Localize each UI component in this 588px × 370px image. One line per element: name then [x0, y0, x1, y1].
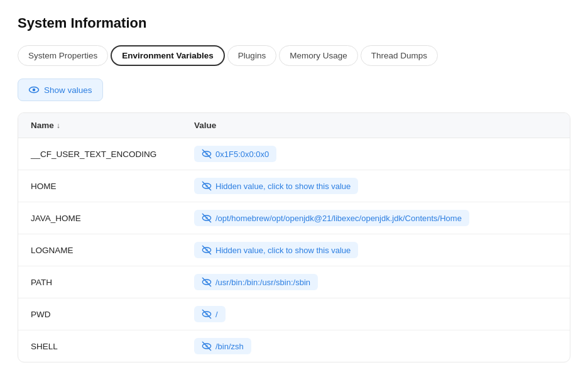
table-row: HOME Hidden value, click to show this va…: [18, 170, 570, 202]
tab-memory-usage[interactable]: Memory Usage: [279, 45, 358, 66]
row-name: JAVA_HOME: [18, 202, 182, 234]
table-row: LOGNAME Hidden value, click to show this…: [18, 234, 570, 266]
page-title: System Information: [18, 15, 570, 31]
value-text: Hidden value, click to show this value: [215, 246, 351, 255]
tab-environment-variables[interactable]: Environment Variables: [111, 45, 225, 66]
eye-off-icon: [202, 181, 212, 191]
eye-off-icon: [202, 341, 212, 351]
table-row: PWD /: [18, 298, 570, 330]
svg-line-4: [202, 150, 210, 158]
col-header-value: Value: [182, 113, 570, 138]
row-value-cell: Hidden value, click to show this value: [182, 234, 570, 266]
value-text: /opt/homebrew/opt/openjdk@21/libexec/ope…: [215, 214, 462, 223]
value-text: /bin/zsh: [215, 342, 244, 351]
tab-thread-dumps[interactable]: Thread Dumps: [361, 45, 438, 66]
value-badge[interactable]: 0x1F5:0x0:0x0: [194, 146, 276, 162]
value-text: 0x1F5:0x0:0x0: [215, 150, 269, 159]
value-text: Hidden value, click to show this value: [215, 182, 351, 191]
tabs-bar: System PropertiesEnvironment VariablesPl…: [18, 45, 570, 66]
eye-off-icon: [202, 245, 212, 255]
row-value-cell: /usr/bin:/bin:/usr/sbin:/sbin: [182, 266, 570, 298]
row-value-cell: Hidden value, click to show this value: [182, 170, 570, 202]
env-table: Name↓ Value __CF_USER_TEXT_ENCODING 0x1F…: [18, 113, 570, 362]
eye-icon: [28, 84, 40, 95]
value-text: /usr/bin:/bin:/usr/sbin:/sbin: [215, 278, 310, 287]
eye-off-icon: [202, 213, 212, 223]
row-name: SHELL: [18, 330, 182, 362]
show-values-label: Show values: [44, 85, 92, 95]
table-row: PATH /usr/bin:/bin:/usr/sbin:/sbin: [18, 266, 570, 298]
sort-arrow-icon: ↓: [57, 121, 60, 130]
row-name: PATH: [18, 266, 182, 298]
value-badge[interactable]: Hidden value, click to show this value: [194, 178, 358, 194]
value-badge[interactable]: /: [194, 306, 226, 322]
eye-off-icon: [202, 149, 212, 159]
value-badge[interactable]: /usr/bin:/bin:/usr/sbin:/sbin: [194, 274, 318, 290]
tab-system-properties[interactable]: System Properties: [18, 45, 108, 66]
value-badge[interactable]: /bin/zsh: [194, 338, 251, 354]
eye-off-icon: [202, 277, 212, 287]
table-row: JAVA_HOME /opt/homebrew/opt/openjdk@21/l…: [18, 202, 570, 234]
value-badge[interactable]: Hidden value, click to show this value: [194, 242, 358, 258]
env-table-container: Name↓ Value __CF_USER_TEXT_ENCODING 0x1F…: [18, 112, 570, 362]
col-header-name[interactable]: Name↓: [18, 113, 182, 138]
row-name: PWD: [18, 298, 182, 330]
table-row: SHELL /bin/zsh: [18, 330, 570, 362]
row-name: HOME: [18, 170, 182, 202]
table-row: __CF_USER_TEXT_ENCODING 0x1F5:0x0:0x0: [18, 138, 570, 170]
svg-line-22: [202, 342, 210, 350]
show-values-button[interactable]: Show values: [18, 79, 103, 101]
value-text: /: [215, 310, 218, 319]
row-name: LOGNAME: [18, 234, 182, 266]
value-badge[interactable]: /opt/homebrew/opt/openjdk@21/libexec/ope…: [194, 210, 469, 226]
row-value-cell: /opt/homebrew/opt/openjdk@21/libexec/ope…: [182, 202, 570, 234]
row-value-cell: 0x1F5:0x0:0x0: [182, 138, 570, 170]
tab-plugins[interactable]: Plugins: [227, 45, 276, 66]
row-value-cell: /: [182, 298, 570, 330]
eye-off-icon: [202, 309, 212, 319]
row-name: __CF_USER_TEXT_ENCODING: [18, 138, 182, 170]
table-header-row: Name↓ Value: [18, 113, 570, 138]
row-value-cell: /bin/zsh: [182, 330, 570, 362]
svg-point-1: [33, 89, 36, 92]
